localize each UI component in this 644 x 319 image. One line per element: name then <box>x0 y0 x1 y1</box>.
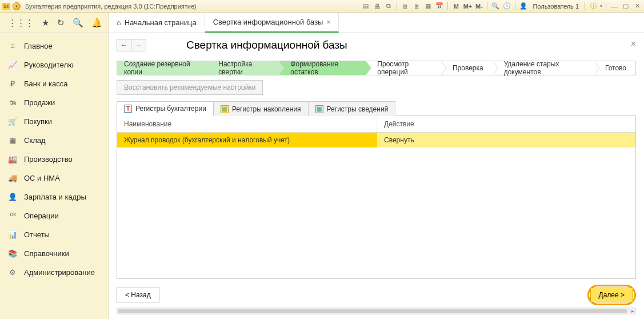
compare-icon[interactable]: 🗎 <box>401 2 410 11</box>
print-preview-icon[interactable]: ▤ <box>361 2 370 11</box>
step-settings[interactable]: Настройка свертки <box>207 61 279 75</box>
info-register-icon: ▦ <box>315 105 323 113</box>
step-backup[interactable]: Создание резервной копии <box>117 61 207 75</box>
sidebar-item-label: Руководителю <box>24 61 74 69</box>
doc-icon[interactable]: 🗎 <box>412 2 421 11</box>
scrollbar-thumb[interactable] <box>118 309 627 313</box>
search-icon[interactable]: 🔍 <box>73 18 83 28</box>
sidebar-item-label: Администрирование <box>24 268 95 277</box>
accumulation-register-icon: ▦ <box>221 105 229 113</box>
bag-icon: 🛍 <box>8 98 17 107</box>
tab-home[interactable]: ⌂ Начальная страница <box>109 13 205 33</box>
sidebar-item-payroll[interactable]: 👤Зарплата и кадры <box>0 188 108 206</box>
copy-icon[interactable]: ⧉ <box>384 2 393 11</box>
step-delete[interactable]: Удаление старых документов <box>493 61 594 75</box>
grid-icon: ▦ <box>8 136 17 145</box>
wizard-footer: < Назад Далее > <box>117 279 636 305</box>
memory-mminus-icon[interactable]: M- <box>474 2 483 11</box>
sidebar-item-label: Справочники <box>24 249 69 258</box>
step-label: Создание резервной копии <box>124 60 198 76</box>
sidebar-item-main[interactable]: ≡Главное <box>0 37 108 55</box>
step-label: Просмотр операций <box>377 60 432 76</box>
col-header-name[interactable]: Наименование <box>117 116 377 132</box>
cell-name: Журнал проводок (бухгалтерский и налогов… <box>117 133 377 147</box>
memory-m-icon[interactable]: M <box>451 2 461 11</box>
step-balances[interactable]: Формирование остатков <box>279 61 366 75</box>
sidebar-item-catalogs[interactable]: 📚Справочники <box>0 244 108 263</box>
tab-close-icon[interactable]: × <box>326 18 330 26</box>
step-label: Формирование остатков <box>290 60 357 76</box>
info-icon[interactable]: ⓘ <box>589 2 598 11</box>
sidebar-item-label: Производство <box>24 155 73 164</box>
sidebar-item-label: Покупки <box>24 117 52 126</box>
sidebar-item-purchases[interactable]: 🛒Покупки <box>0 112 108 131</box>
subtab-label: Регистры сведений <box>327 105 389 113</box>
back-button-label: < Назад <box>125 291 151 299</box>
sidebar-item-warehouse[interactable]: ▦Склад <box>0 131 108 150</box>
sidebar-item-admin[interactable]: ⚙Администрирование <box>0 263 108 282</box>
subtab-accounting[interactable]: TРегистры бухгалтерии <box>117 101 214 116</box>
sidebar: ≡Главное 📈Руководителю ₽Банк и касса 🛍Пр… <box>0 33 109 319</box>
sidebar-item-label: Продажи <box>24 98 55 107</box>
scroll-right-icon[interactable]: ▸ <box>631 308 634 314</box>
back-button[interactable]: < Назад <box>117 288 159 302</box>
user-icon: 👤 <box>519 2 528 11</box>
restore-defaults-button[interactable]: Восстановить рекомендуемые настройки <box>117 80 263 95</box>
notifications-icon[interactable]: 🔔 <box>91 18 102 28</box>
grid-header: Наименование Действие <box>117 116 635 133</box>
table-row[interactable]: Журнал проводок (бухгалтерский и налогов… <box>117 133 635 147</box>
nav-back-button[interactable]: ← <box>117 39 131 51</box>
page-title: Свертка информационной базы <box>186 39 347 51</box>
page-close-icon[interactable]: × <box>631 39 636 49</box>
horizontal-scrollbar[interactable]: ▸ <box>117 308 636 314</box>
zoom-icon[interactable]: 🔍 <box>491 2 500 11</box>
subtab-info[interactable]: ▦Регистры сведений <box>308 101 396 116</box>
factory-icon: 🏭 <box>8 155 17 164</box>
sidebar-item-sales[interactable]: 🛍Продажи <box>0 93 108 112</box>
logo-1c: 1c <box>2 3 10 10</box>
clock-icon[interactable]: 🕓 <box>502 2 511 11</box>
step-check[interactable]: Проверка <box>441 61 493 75</box>
maximize-icon[interactable]: ▢ <box>621 2 630 11</box>
app-title: Бухгалтерия предприятия, редакция 3.0 (1… <box>25 3 197 10</box>
next-button[interactable]: Далее > <box>590 288 634 302</box>
calendar-icon[interactable]: 📅 <box>435 2 444 11</box>
person-icon: 👤 <box>8 193 17 201</box>
app-menu-dropdown[interactable]: ▾ <box>13 2 21 10</box>
calculator-icon[interactable]: ▦ <box>423 2 433 11</box>
tab-svertka[interactable]: Свертка информационной базы × <box>205 13 339 33</box>
sidebar-item-label: Главное <box>24 42 53 50</box>
sidebar-item-label: Отчеты <box>24 230 50 239</box>
history-icon[interactable]: ↻ <box>57 18 65 28</box>
tab-home-label: Начальная страница <box>125 18 197 27</box>
sidebar-item-label: Банк и касса <box>24 79 68 88</box>
nav-forward-button[interactable]: → <box>131 39 146 51</box>
col-header-action[interactable]: Действие <box>377 116 635 132</box>
print-icon[interactable]: 🖶 <box>373 2 382 11</box>
restore-defaults-label: Восстановить рекомендуемые настройки <box>124 83 255 91</box>
memory-mplus-icon[interactable]: M+ <box>463 2 472 11</box>
user-label[interactable]: Пользователь 1 <box>530 3 581 10</box>
close-window-icon[interactable]: ✕ <box>633 2 642 11</box>
step-done[interactable]: Готово <box>594 61 635 75</box>
sidebar-item-label: Зарплата и кадры <box>24 193 86 201</box>
step-label: Проверка <box>453 64 483 72</box>
step-review[interactable]: Просмотр операций <box>366 61 441 75</box>
favorite-icon[interactable]: ★ <box>42 18 49 28</box>
sidebar-item-label: Склад <box>24 136 46 145</box>
sidebar-item-production[interactable]: 🏭Производство <box>0 150 108 169</box>
sidebar-item-label: Операции <box>24 212 59 220</box>
subtab-accumulation[interactable]: ▦Регистры накопления <box>213 101 309 116</box>
sidebar-item-manager[interactable]: 📈Руководителю <box>0 55 108 74</box>
register-tabs: TРегистры бухгалтерии ▦Регистры накоплен… <box>117 101 636 116</box>
sidebar-item-operations[interactable]: ᴰᴷОперации <box>0 206 108 225</box>
sidebar-item-assets[interactable]: 🚚ОС и НМА <box>0 169 108 188</box>
chart-icon: 📈 <box>8 61 17 69</box>
sidebar-item-bank[interactable]: ₽Банк и касса <box>0 74 108 93</box>
wizard-steps: Создание резервной копии Настройка сверт… <box>117 61 636 75</box>
minimize-icon[interactable]: — <box>610 2 619 11</box>
step-label: Готово <box>605 64 626 72</box>
apps-icon[interactable]: ⋮⋮⋮ <box>8 18 34 28</box>
subtab-label: Регистры бухгалтерии <box>135 105 206 113</box>
sidebar-item-reports[interactable]: 📊Отчеты <box>0 225 108 244</box>
